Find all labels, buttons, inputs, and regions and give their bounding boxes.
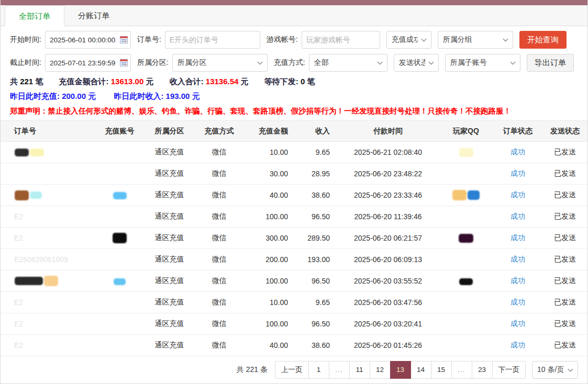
income-cell: 96.50	[296, 270, 338, 292]
pending-dispatch: 等待下发: 0 笔	[264, 77, 315, 86]
order-number-cell	[1, 163, 95, 185]
next-page-button[interactable]: 下一页	[492, 361, 526, 379]
method-label: 充值方式:	[274, 58, 305, 67]
amount-cell: 40.00	[244, 185, 296, 206]
method-cell: 微信	[194, 185, 244, 206]
page-button[interactable]: 23	[472, 361, 493, 379]
recharge-account-cell	[95, 270, 145, 292]
pay-time-cell: 2025-06-21 02:08:40	[338, 142, 438, 163]
sub-account-value: 所属子账号	[450, 58, 487, 67]
calendar-icon[interactable]	[120, 36, 128, 43]
order-status-link[interactable]: 成功	[511, 212, 525, 220]
search-button[interactable]: 开始查询	[519, 31, 567, 49]
game-account-input[interactable]	[302, 31, 380, 49]
income-cell: 96.50	[296, 313, 338, 335]
order-status-link[interactable]: 成功	[511, 341, 525, 349]
column-header: 收入	[296, 121, 338, 142]
order-status-link[interactable]: 成功	[511, 169, 525, 177]
order-number-cell: E2	[1, 292, 95, 313]
column-header: 充值账号	[95, 121, 145, 142]
order-number-faint: E250620061009	[14, 255, 68, 264]
page-button[interactable]: 12	[370, 361, 391, 379]
partition-cell: 通区充值	[145, 185, 194, 206]
redaction-blob	[459, 234, 473, 243]
recharge-status-select[interactable]: 充值成功	[386, 31, 431, 49]
recharge-account-cell	[95, 206, 145, 228]
page-size-select[interactable]: 10 条/页	[532, 361, 578, 379]
chevron-down-icon	[568, 366, 573, 371]
tab-all-orders[interactable]: 全部订单	[5, 5, 64, 26]
order-status-cell: 成功	[494, 249, 541, 270]
page-button[interactable]: 1	[308, 361, 329, 379]
send-status-cell: 已发送	[541, 313, 588, 335]
yesterday-income-value: 193.00	[166, 92, 190, 100]
send-status-select[interactable]: 发送状态	[394, 54, 439, 72]
recharge-account-cell	[95, 335, 145, 356]
partition-select[interactable]: 所属分区	[172, 54, 268, 72]
filter-panel: 开始时间: 订单号: 游戏帐号: 充值成功 所属分组	[1, 26, 587, 72]
order-status-cell: 成功	[494, 313, 541, 335]
chevron-down-icon	[421, 36, 426, 41]
order-status-link[interactable]: 成功	[511, 148, 525, 156]
player-qq-cell	[438, 228, 494, 249]
order-status-link[interactable]: 成功	[511, 255, 525, 263]
recharge-account-cell	[95, 313, 145, 335]
sub-account-select[interactable]: 所属子账号	[445, 54, 520, 72]
send-status-cell: 已发送	[541, 270, 588, 292]
table-row: E250620061009通区充值微信200.00193.002025-06-2…	[1, 249, 588, 270]
send-status-cell: 已发送	[541, 163, 588, 185]
tab-split-orders[interactable]: 分账订单	[64, 5, 123, 26]
method-cell: 微信	[194, 335, 244, 356]
filter-row-2: 截止时间: 所属分区: 所属分区 充值方式: 全部	[10, 54, 578, 72]
send-status-cell: 已发送	[541, 335, 588, 356]
income-cell: 38.60	[296, 335, 338, 356]
start-time-label: 开始时间:	[10, 35, 41, 44]
order-number-faint: E2	[14, 234, 23, 242]
order-status-cell: 成功	[494, 228, 541, 249]
export-button[interactable]: 导出订单	[527, 54, 574, 72]
yesterday-recharge-value: 200.00	[62, 92, 86, 100]
redaction-blob	[114, 278, 126, 285]
amount-cell: 300.00	[244, 228, 296, 249]
order-status-cell: 成功	[494, 335, 541, 356]
order-status-link[interactable]: 成功	[511, 233, 525, 242]
order-status-link[interactable]: 成功	[511, 298, 525, 306]
column-header: 发送状态	[541, 121, 588, 142]
order-no-input[interactable]	[165, 31, 260, 49]
order-status-link[interactable]: 成功	[511, 319, 525, 327]
income-cell: 28.95	[296, 163, 338, 185]
redaction-blob	[30, 191, 42, 199]
redaction-blob	[113, 192, 127, 199]
pay-time-cell: 2025-06-20 03:55:52	[338, 270, 438, 292]
pay-time-cell: 2025-06-20 06:09:13	[338, 249, 438, 270]
player-qq-cell	[438, 163, 494, 185]
calendar-icon[interactable]	[120, 59, 128, 66]
column-header: 订单状态	[494, 121, 541, 142]
page-button-current[interactable]: 13	[390, 361, 411, 379]
table-row: 通区充值微信40.0038.602025-06-20 23:33:46成功已发送	[1, 185, 588, 206]
group-select[interactable]: 所属分组	[438, 31, 513, 49]
prev-page-button[interactable]: 上一页	[275, 361, 309, 379]
method-cell: 微信	[194, 270, 244, 292]
method-select[interactable]: 全部	[309, 54, 387, 72]
order-status-link[interactable]: 成功	[511, 190, 525, 199]
chevron-down-icon	[257, 59, 262, 64]
table-row: 通区充值微信30.0028.952025-06-20 23:48:22成功已发送	[1, 163, 588, 185]
pay-time-cell: 2025-06-20 03:47:56	[338, 292, 438, 313]
start-time-input[interactable]	[45, 31, 131, 49]
page-button[interactable]: 15	[431, 361, 452, 379]
order-status-link[interactable]: 成功	[511, 276, 525, 285]
end-time-input[interactable]	[45, 54, 131, 72]
income-cell: 9.65	[296, 292, 338, 313]
orders-table-body: 通区充值微信10.009.652025-06-21 02:08:40成功已发送通…	[1, 142, 588, 356]
summary-line-totals: 共 221 笔 充值金额合计: 13613.00 元 收入合计: 13136.5…	[10, 77, 578, 87]
column-header: 玩家QQ	[438, 121, 494, 142]
redaction-blob	[44, 276, 58, 286]
method-cell: 微信	[194, 163, 244, 185]
player-qq-cell	[438, 142, 494, 163]
page-button[interactable]: 11	[349, 361, 370, 379]
income-cell: 96.50	[296, 206, 338, 228]
summary-line-yesterday: 昨日此时充值: 200.00 元 昨日此时收入: 193.00 元	[10, 92, 578, 101]
player-qq-cell	[438, 335, 494, 356]
page-button[interactable]: 14	[411, 361, 431, 379]
